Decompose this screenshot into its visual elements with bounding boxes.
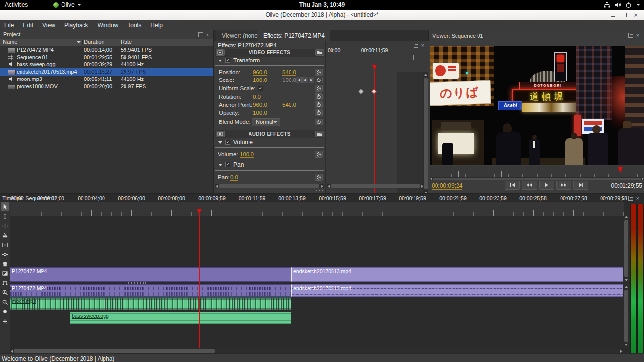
volume-icon[interactable] bbox=[615, 2, 621, 8]
scale-x-value[interactable]: 100.0 bbox=[253, 77, 267, 83]
keyframe-ruler[interactable] bbox=[326, 54, 423, 60]
timeline-horizontal-scrollbar[interactable] bbox=[10, 349, 623, 353]
slide-tool-button[interactable] bbox=[1, 250, 9, 259]
resize-grip[interactable] bbox=[316, 190, 325, 191]
project-item-prores[interactable]: prores1080.MOV 00:00:20;00 29.97 FPS bbox=[0, 83, 213, 90]
uniform-scale-keyframe-clock-icon[interactable] bbox=[315, 85, 323, 92]
close-button[interactable]: × bbox=[632, 12, 639, 19]
viewer-horizontal-scrollbar[interactable] bbox=[430, 177, 644, 180]
project-item-bass-sweep[interactable]: bass sweep.ogg 00:00:39;29 44100 Hz bbox=[0, 61, 213, 68]
volume-enabled-checkbox[interactable]: ✓ bbox=[225, 140, 230, 145]
rotation-keyframe-clock-icon[interactable] bbox=[315, 93, 323, 100]
viewer-current-timecode[interactable]: 00:00:09;24 bbox=[432, 182, 462, 190]
effects-menu-button[interactable] bbox=[216, 49, 225, 56]
maximize-button[interactable] bbox=[621, 12, 628, 19]
pan-value[interactable]: 0.0 bbox=[230, 174, 238, 181]
timeline-clip-video[interactable]: endsketch20170513.mp4 bbox=[291, 267, 623, 282]
timeline-clip-audio-moon[interactable]: moon.mp3 bbox=[10, 297, 291, 310]
timeline-clip-audio-bass[interactable]: bass sweep.ogg bbox=[70, 312, 291, 324]
keyframe-diamond-selected-icon[interactable] bbox=[371, 88, 376, 94]
undock-panel-icon[interactable] bbox=[414, 43, 418, 48]
column-duration[interactable]: Duration bbox=[84, 39, 104, 45]
project-item-p1270472[interactable]: P1270472.MP4 00:00:14;00 59.9401 FPS bbox=[0, 46, 213, 54]
slip-tool-button[interactable] bbox=[1, 241, 9, 249]
anchor-y-value[interactable]: 540.0 bbox=[282, 102, 296, 108]
close-panel-icon[interactable]: × bbox=[205, 32, 210, 37]
effects-horizontal-scrollbar[interactable] bbox=[215, 184, 324, 188]
project-item-endsketch-selected[interactable]: endsketch20170513.mp4 00:01:15;27 29.97 … bbox=[0, 68, 213, 76]
volume-value[interactable]: 100.0 bbox=[240, 151, 254, 158]
menu-tools[interactable]: Tools bbox=[127, 22, 141, 29]
blend-mode-dropdown[interactable]: Normal bbox=[252, 118, 280, 126]
close-panel-icon[interactable]: × bbox=[635, 196, 640, 201]
column-name[interactable]: Name bbox=[3, 39, 17, 45]
collapse-transform-icon[interactable] bbox=[218, 60, 222, 62]
collapse-volume-icon[interactable] bbox=[218, 141, 222, 144]
position-keyframe-clock-icon[interactable] bbox=[315, 69, 323, 76]
keyframe-diamond-icon[interactable] bbox=[359, 89, 364, 94]
timeline-clip-video[interactable]: P1270472.MP4 bbox=[10, 267, 291, 282]
menu-edit[interactable]: Edit bbox=[23, 22, 33, 29]
snapping-tool-button[interactable] bbox=[1, 279, 9, 287]
pointer-tool-button[interactable] bbox=[1, 202, 9, 211]
anchor-keyframe-clock-icon[interactable] bbox=[315, 101, 323, 108]
previous-frame-button[interactable] bbox=[522, 181, 537, 190]
next-frame-button[interactable] bbox=[556, 181, 571, 190]
system-menu-caret-icon[interactable] bbox=[636, 4, 640, 6]
close-panel-icon[interactable]: × bbox=[420, 43, 425, 48]
zoom-out-tool-button[interactable] bbox=[1, 298, 9, 306]
timeline-ruler[interactable] bbox=[10, 202, 624, 216]
timeline-clip-audio[interactable]: P1270472.MP4 bbox=[10, 284, 291, 297]
next-keyframe-icon[interactable]: ▶ bbox=[309, 77, 314, 83]
menu-view[interactable]: View bbox=[42, 22, 55, 29]
audio-effects-menu-button[interactable] bbox=[216, 131, 225, 137]
rotation-value[interactable]: 0.0 bbox=[253, 94, 261, 100]
toggle-keyframe-icon[interactable]: ◆ bbox=[302, 77, 308, 83]
load-effect-button[interactable] bbox=[315, 49, 324, 56]
transform-section-title[interactable]: Transform bbox=[233, 57, 260, 64]
transition-tool-button[interactable] bbox=[1, 269, 9, 278]
keyframe-playhead-icon[interactable] bbox=[372, 65, 377, 71]
pan-section-title[interactable]: Pan bbox=[233, 161, 244, 168]
scale-y-value[interactable]: 100.0 bbox=[282, 77, 296, 83]
collapse-pan-icon[interactable] bbox=[218, 164, 222, 166]
timeline-clip-audio[interactable]: endsketch20170513.mp4 bbox=[291, 284, 623, 297]
viewer-playhead-icon[interactable] bbox=[618, 167, 623, 173]
razor-tool-button[interactable] bbox=[1, 231, 9, 240]
pan-enabled-checkbox[interactable]: ✓ bbox=[225, 162, 230, 167]
hand-tool-button[interactable] bbox=[1, 260, 9, 268]
video-frame[interactable]: のりば DOTONBORI 道頓堀 Asahi bbox=[430, 46, 644, 165]
keyframe-vertical-scrollbar[interactable] bbox=[423, 72, 428, 195]
anchor-x-value[interactable]: 960.0 bbox=[253, 102, 267, 108]
undock-panel-icon[interactable] bbox=[628, 33, 633, 38]
menu-file[interactable]: File bbox=[4, 22, 14, 29]
menu-help[interactable]: Help bbox=[150, 22, 163, 29]
gnome-clock[interactable]: Thu Jan 3, 10:49 bbox=[0, 1, 644, 8]
blend-keyframe-clock-icon[interactable] bbox=[315, 119, 323, 125]
go-to-end-button[interactable] bbox=[573, 181, 588, 190]
scale-keyframe-clock-icon[interactable] bbox=[315, 77, 323, 83]
transform-enabled-checkbox[interactable]: ✓ bbox=[225, 58, 230, 63]
menu-window[interactable]: Window bbox=[98, 22, 119, 29]
edit-tool-button[interactable] bbox=[1, 212, 9, 221]
project-table-header[interactable]: Name Duration Rate bbox=[0, 39, 213, 46]
opacity-keyframe-clock-icon[interactable] bbox=[315, 109, 323, 116]
tab-effects[interactable]: Effects: P1270472.MP4 bbox=[258, 30, 330, 41]
keyframe-horizontal-scrollbar[interactable] bbox=[327, 184, 424, 188]
record-button[interactable] bbox=[1, 307, 9, 316]
menu-playback[interactable]: Playback bbox=[64, 22, 88, 29]
position-y-value[interactable]: 540.0 bbox=[282, 69, 296, 76]
zoom-in-tool-button[interactable] bbox=[1, 288, 9, 297]
viewer-ruler[interactable] bbox=[430, 166, 644, 177]
ripple-tool-button[interactable] bbox=[1, 222, 9, 230]
volume-section-title[interactable]: Volume bbox=[233, 139, 253, 146]
project-item-sequence01[interactable]: Sequence 01 00:01:29;55 59.9401 FPS bbox=[0, 54, 213, 61]
minimize-button[interactable] bbox=[610, 12, 617, 19]
track-splitter[interactable] bbox=[128, 282, 146, 284]
volume-keyframe-clock-icon[interactable] bbox=[315, 151, 323, 158]
close-panel-icon[interactable]: × bbox=[635, 33, 640, 38]
project-item-moon[interactable]: moon.mp3 00:05:41;11 44100 Hz bbox=[0, 76, 213, 83]
network-icon[interactable] bbox=[604, 2, 610, 8]
add-button[interactable] bbox=[1, 317, 9, 325]
go-to-start-button[interactable] bbox=[505, 181, 520, 190]
